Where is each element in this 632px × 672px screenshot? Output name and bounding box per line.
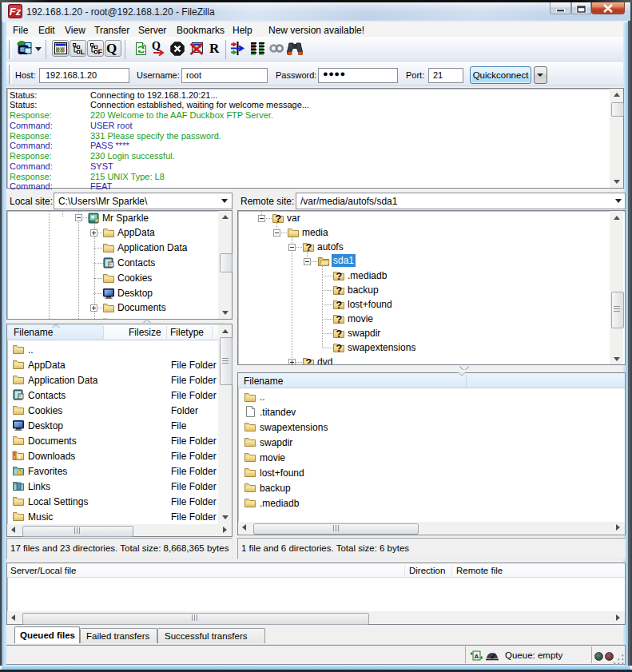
svg-text:L: L <box>81 48 85 55</box>
svg-text:Fz: Fz <box>10 6 22 18</box>
svg-text:F: F <box>98 48 103 55</box>
svg-text:A: A <box>475 653 479 660</box>
